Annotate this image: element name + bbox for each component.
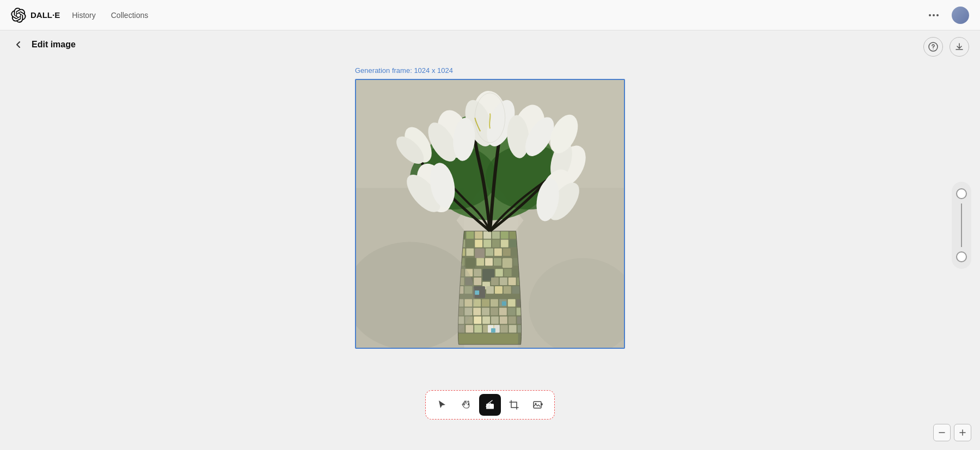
svg-rect-48 bbox=[509, 278, 516, 285]
svg-rect-83 bbox=[474, 325, 482, 332]
svg-rect-30 bbox=[476, 258, 484, 266]
svg-rect-32 bbox=[494, 258, 501, 266]
svg-rect-24 bbox=[486, 248, 493, 256]
eraser-tool-button[interactable] bbox=[479, 394, 501, 416]
back-button[interactable] bbox=[11, 37, 26, 52]
svg-rect-20 bbox=[510, 240, 517, 248]
select-icon bbox=[437, 399, 448, 410]
dot-1 bbox=[929, 14, 931, 16]
app-logo[interactable]: DALL·E bbox=[11, 8, 60, 23]
svg-point-125 bbox=[535, 403, 537, 405]
svg-rect-17 bbox=[483, 240, 491, 248]
svg-rect-87 bbox=[509, 325, 517, 332]
painting-svg bbox=[356, 80, 624, 348]
edit-header: Edit image bbox=[0, 30, 87, 59]
zoom-in-button[interactable] bbox=[954, 424, 971, 441]
svg-rect-11 bbox=[492, 231, 500, 239]
slider-top-handle[interactable] bbox=[956, 188, 967, 199]
svg-rect-67 bbox=[473, 308, 481, 316]
svg-rect-79 bbox=[509, 316, 516, 324]
svg-rect-26 bbox=[503, 248, 511, 256]
svg-rect-33 bbox=[503, 258, 512, 268]
select-tool-button[interactable] bbox=[431, 394, 453, 416]
add-image-tool-button[interactable] bbox=[527, 394, 549, 416]
dot-2 bbox=[933, 14, 935, 16]
svg-rect-55 bbox=[504, 286, 511, 294]
minus-icon bbox=[938, 429, 946, 436]
svg-rect-40 bbox=[504, 269, 512, 276]
plus-icon bbox=[959, 429, 966, 436]
svg-rect-53 bbox=[486, 286, 494, 294]
svg-rect-31 bbox=[485, 258, 493, 266]
painting-image bbox=[356, 80, 624, 348]
svg-rect-25 bbox=[494, 248, 502, 256]
svg-rect-19 bbox=[501, 240, 509, 248]
svg-rect-22 bbox=[466, 248, 474, 256]
svg-rect-39 bbox=[495, 269, 503, 276]
svg-rect-15 bbox=[466, 240, 474, 248]
slider-track bbox=[961, 204, 962, 247]
svg-rect-76 bbox=[482, 316, 490, 324]
svg-rect-69 bbox=[491, 308, 498, 316]
brush-size-slider[interactable] bbox=[952, 182, 971, 269]
svg-rect-71 bbox=[508, 308, 516, 316]
svg-rect-46 bbox=[491, 278, 499, 285]
svg-rect-68 bbox=[482, 308, 489, 316]
frame-label: Generation frame: 1024 x 1024 bbox=[355, 66, 453, 75]
svg-rect-44 bbox=[474, 278, 481, 285]
editor-toolbar bbox=[425, 390, 555, 420]
svg-rect-63 bbox=[508, 299, 516, 307]
svg-rect-91 bbox=[457, 334, 518, 344]
back-arrow-icon bbox=[14, 40, 23, 49]
app-name: DALL·E bbox=[30, 10, 60, 20]
user-avatar[interactable] bbox=[952, 7, 969, 24]
more-options-button[interactable] bbox=[924, 12, 943, 19]
svg-rect-47 bbox=[500, 278, 507, 285]
history-nav-link[interactable]: History bbox=[69, 9, 99, 22]
svg-rect-54 bbox=[495, 286, 503, 294]
svg-rect-12 bbox=[501, 231, 509, 239]
svg-rect-16 bbox=[475, 240, 482, 248]
svg-rect-70 bbox=[499, 308, 507, 316]
svg-rect-10 bbox=[483, 231, 491, 239]
svg-rect-23 bbox=[475, 248, 485, 258]
zoom-controls bbox=[933, 424, 971, 441]
svg-rect-61 bbox=[491, 299, 498, 307]
svg-rect-78 bbox=[500, 316, 507, 324]
svg-rect-29 bbox=[465, 258, 475, 268]
svg-rect-8 bbox=[466, 231, 474, 239]
svg-rect-77 bbox=[491, 316, 499, 324]
slider-bottom-handle[interactable] bbox=[956, 251, 967, 262]
svg-rect-86 bbox=[500, 325, 508, 332]
hand-icon bbox=[461, 399, 471, 410]
svg-rect-37 bbox=[474, 269, 481, 276]
zoom-out-button[interactable] bbox=[933, 424, 951, 441]
svg-rect-93 bbox=[502, 301, 506, 306]
page-title: Edit image bbox=[32, 40, 76, 50]
collections-nav-link[interactable]: Collections bbox=[108, 9, 151, 22]
svg-rect-82 bbox=[465, 325, 473, 332]
crop-icon bbox=[509, 399, 519, 410]
openai-logo-icon bbox=[11, 8, 26, 23]
dot-3 bbox=[936, 14, 939, 16]
svg-rect-9 bbox=[475, 231, 482, 239]
crop-tool-button[interactable] bbox=[503, 394, 525, 416]
svg-rect-92 bbox=[475, 291, 479, 295]
canvas-area: Generation frame: 1024 x 1024 bbox=[0, 30, 980, 450]
svg-rect-60 bbox=[482, 299, 489, 307]
move-tool-button[interactable] bbox=[455, 394, 477, 416]
svg-rect-18 bbox=[492, 240, 500, 248]
svg-rect-56 bbox=[512, 286, 520, 294]
add-image-icon bbox=[532, 399, 543, 410]
svg-rect-124 bbox=[534, 402, 541, 408]
svg-rect-94 bbox=[491, 328, 495, 332]
image-frame[interactable] bbox=[355, 79, 625, 349]
top-navigation: DALL·E History Collections bbox=[0, 0, 980, 30]
svg-rect-75 bbox=[474, 316, 481, 324]
eraser-icon bbox=[485, 399, 495, 410]
main-content: Edit image Generation frame: 1024 x 1024 bbox=[0, 30, 980, 450]
